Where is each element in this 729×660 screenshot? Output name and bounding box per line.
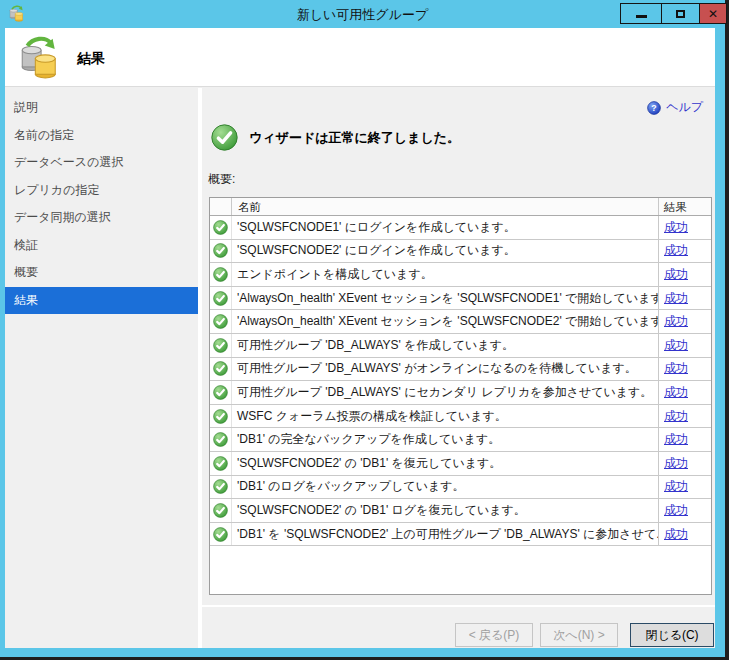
- task-name: 'DB1' を 'SQLWSFCNODE2' 上の可用性グループ 'DB_ALW…: [232, 523, 659, 546]
- task-result-link[interactable]: 成功: [664, 478, 688, 495]
- task-name: 可用性グループ 'DB_ALWAYS' を作成しています。: [232, 334, 659, 357]
- sidebar-item-label: 説明: [14, 99, 38, 116]
- row-status-cell: [210, 310, 232, 333]
- titlebar[interactable]: 新しい可用性グループ ✕: [0, 0, 725, 28]
- task-result-link[interactable]: 成功: [664, 526, 688, 543]
- task-result-link[interactable]: 成功: [664, 502, 688, 519]
- task-name: 可用性グループ 'DB_ALWAYS' にセカンダリ レプリカを参加させています…: [232, 381, 659, 404]
- row-status-cell: [210, 381, 232, 404]
- row-success-check-icon: [213, 409, 228, 424]
- summary-label: 概要:: [208, 171, 235, 188]
- task-name: 'SQLWSFCNODE2' にログインを作成しています。: [232, 240, 659, 263]
- sidebar-item-label: 検証: [14, 237, 38, 254]
- task-result-link[interactable]: 成功: [664, 266, 688, 283]
- task-name: エンドポイントを構成しています。: [232, 263, 659, 286]
- row-status-cell: [210, 216, 232, 239]
- table-row[interactable]: 'SQLWSFCNODE2' の 'DB1' ログを復元しています。 成功: [210, 499, 711, 523]
- task-result-link[interactable]: 成功: [664, 290, 688, 307]
- back-button[interactable]: < 戻る(P): [455, 623, 533, 647]
- maximize-icon: [676, 10, 685, 18]
- column-header-name[interactable]: 名前: [232, 198, 659, 215]
- row-status-cell: [210, 263, 232, 286]
- table-row[interactable]: 'DB1' の完全なバックアップを作成しています。 成功: [210, 428, 711, 452]
- table-row[interactable]: エンドポイントを構成しています。 成功: [210, 263, 711, 287]
- row-status-cell: [210, 240, 232, 263]
- sidebar-item-label: レプリカの指定: [14, 182, 99, 199]
- minimize-button[interactable]: [621, 4, 661, 23]
- task-name: 'SQLWSFCNODE1' にログインを作成しています。: [232, 216, 659, 239]
- table-row[interactable]: 可用性グループ 'DB_ALWAYS' にセカンダリ レプリカを参加させています…: [210, 381, 711, 405]
- task-result-link[interactable]: 成功: [664, 431, 688, 448]
- task-result-link[interactable]: 成功: [664, 219, 688, 236]
- close-wizard-button[interactable]: 閉じる(C): [630, 623, 714, 647]
- row-success-check-icon: [213, 479, 228, 494]
- sidebar-item-results[interactable]: 結果: [5, 287, 198, 315]
- task-result-link[interactable]: 成功: [664, 408, 688, 425]
- task-name: 可用性グループ 'DB_ALWAYS' がオンラインになるのを待機しています。: [232, 358, 659, 381]
- task-result-link[interactable]: 成功: [664, 360, 688, 377]
- next-button[interactable]: 次へ(N) >: [540, 623, 618, 647]
- sidebar-item-specify-name[interactable]: 名前の指定: [5, 122, 198, 150]
- table-row[interactable]: WSFC クォーラム投票の構成を検証しています。 成功: [210, 405, 711, 429]
- wizard-window: 新しい可用性グループ ✕ 結果 説明 名前の指定 データベースの選択: [0, 0, 725, 657]
- success-message: ウィザードは正常に終了しました。: [249, 129, 460, 147]
- column-header-icon[interactable]: [210, 198, 232, 215]
- table-row[interactable]: 可用性グループ 'DB_ALWAYS' がオンラインになるのを待機しています。 …: [210, 358, 711, 382]
- row-success-check-icon: [213, 220, 228, 235]
- results-table: 名前 結果 'SQLWSFCNODE1' にログインを作成しています。 成功 '…: [209, 197, 712, 595]
- sidebar-item-select-data-sync[interactable]: データ同期の選択: [5, 204, 198, 232]
- row-success-check-icon: [213, 432, 228, 447]
- row-success-check-icon: [213, 385, 228, 400]
- sidebar-item-label: データ同期の選択: [14, 209, 111, 226]
- close-button[interactable]: ✕: [699, 4, 726, 23]
- table-row[interactable]: 'AlwaysOn_health' XEvent セッションを 'SQLWSFC…: [210, 287, 711, 311]
- table-row[interactable]: 'DB1' のログをバックアップしています。 成功: [210, 476, 711, 500]
- results-table-body: 'SQLWSFCNODE1' にログインを作成しています。 成功 'SQLWSF…: [210, 216, 711, 546]
- sidebar-item-label: データベースの選択: [14, 154, 123, 171]
- window-title: 新しい可用性グループ: [0, 6, 725, 24]
- help-link[interactable]: ? ヘルプ: [647, 99, 703, 116]
- row-success-check-icon: [213, 527, 228, 542]
- task-result-link[interactable]: 成功: [664, 242, 688, 259]
- sidebar-item-label: 概要: [14, 264, 38, 281]
- sidebar-item-summary[interactable]: 概要: [5, 259, 198, 287]
- task-result-link[interactable]: 成功: [664, 313, 688, 330]
- table-row[interactable]: 'SQLWSFCNODE1' にログインを作成しています。 成功: [210, 216, 711, 240]
- task-result-link[interactable]: 成功: [664, 455, 688, 472]
- row-success-check-icon: [213, 314, 228, 329]
- row-status-cell: [210, 499, 232, 522]
- sidebar-item-label: 結果: [14, 292, 38, 309]
- client-area: 結果 説明 名前の指定 データベースの選択 レプリカの指定 データ同期の選択 検…: [5, 28, 715, 648]
- task-name: 'DB1' のログをバックアップしています。: [232, 476, 659, 499]
- task-result-link[interactable]: 成功: [664, 337, 688, 354]
- table-row[interactable]: 'SQLWSFCNODE2' の 'DB1' を復元しています。 成功: [210, 452, 711, 476]
- sidebar-item-validation[interactable]: 検証: [5, 232, 198, 260]
- svg-text:?: ?: [651, 103, 656, 113]
- sidebar-item-select-databases[interactable]: データベースの選択: [5, 149, 198, 177]
- task-name: 'DB1' の完全なバックアップを作成しています。: [232, 428, 659, 451]
- row-success-check-icon: [213, 267, 228, 282]
- table-row[interactable]: 可用性グループ 'DB_ALWAYS' を作成しています。 成功: [210, 334, 711, 358]
- row-status-cell: [210, 358, 232, 381]
- table-row[interactable]: 'AlwaysOn_health' XEvent セッションを 'SQLWSFC…: [210, 310, 711, 334]
- task-result-link[interactable]: 成功: [664, 384, 688, 401]
- sidebar-item-label: 名前の指定: [14, 127, 74, 144]
- table-row[interactable]: 'DB1' を 'SQLWSFCNODE2' 上の可用性グループ 'DB_ALW…: [210, 523, 711, 547]
- row-success-check-icon: [213, 456, 228, 471]
- minimize-icon: [636, 15, 647, 18]
- task-name: 'AlwaysOn_health' XEvent セッションを 'SQLWSFC…: [232, 310, 659, 333]
- sidebar-nav: 説明 名前の指定 データベースの選択 レプリカの指定 データ同期の選択 検証 概…: [5, 88, 198, 648]
- sidebar-item-specify-replicas[interactable]: レプリカの指定: [5, 177, 198, 205]
- maximize-button[interactable]: [661, 4, 699, 23]
- wizard-header: 結果: [5, 28, 715, 87]
- close-icon: ✕: [708, 8, 718, 20]
- results-table-header: 名前 結果: [210, 198, 711, 216]
- row-success-check-icon: [213, 338, 228, 353]
- sidebar-item-description[interactable]: 説明: [5, 94, 198, 122]
- column-header-result[interactable]: 結果: [659, 198, 711, 215]
- row-success-check-icon: [213, 361, 228, 376]
- row-status-cell: [210, 452, 232, 475]
- row-success-check-icon: [213, 503, 228, 518]
- table-row[interactable]: 'SQLWSFCNODE2' にログインを作成しています。 成功: [210, 240, 711, 264]
- content-pane: ? ヘルプ ウィザードは正常に終了しました。 概要: 名前 結果: [202, 88, 715, 648]
